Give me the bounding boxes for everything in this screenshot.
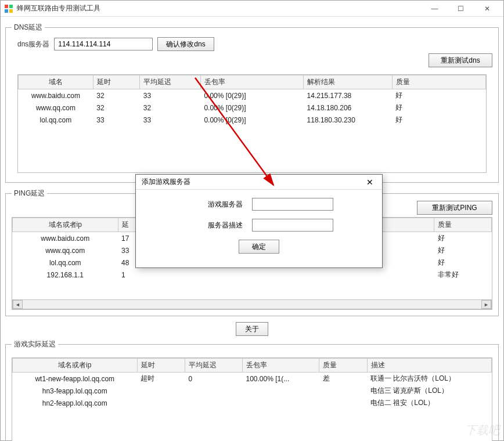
- dialog-title: 添加游戏服务器: [142, 177, 361, 187]
- window-title: 蜂网互联路由专用测试工具: [17, 3, 422, 13]
- table-row[interactable]: www.qq.com32320.00% [0(29)]14.18.180.206…: [19, 102, 486, 114]
- svg-rect-2: [5, 9, 8, 13]
- svg-rect-0: [5, 5, 8, 8]
- game-group: 游戏实际延迟 域名或者ip 延时 平均延迟 丢包率 质量 描述 wt1-new-…: [5, 339, 499, 441]
- game-table: 域名或者ip 延时 平均延迟 丢包率 质量 描述 wt1-new-feapp.l…: [12, 357, 492, 441]
- table-row[interactable]: www.baidu.com32330.00% [0(29)]14.215.177…: [19, 89, 486, 102]
- svg-rect-1: [9, 5, 13, 8]
- dns-retest-button[interactable]: 重新测试dns: [429, 53, 492, 67]
- col-pdelay[interactable]: 延: [118, 218, 137, 232]
- about-button[interactable]: 关于: [236, 322, 268, 336]
- dialog-close-icon[interactable]: ✕: [361, 176, 379, 189]
- close-button[interactable]: ✕: [474, 1, 500, 17]
- main-window: 蜂网互联路由专用测试工具 — ☐ ✕ DNS延迟 dns服务器 确认修改dns …: [0, 0, 504, 441]
- dialog-field2-label: 服务器描述: [185, 220, 243, 230]
- col-delay[interactable]: 延时: [93, 75, 140, 89]
- app-logo-icon: [4, 4, 13, 13]
- gcol-loss[interactable]: 丢包率: [243, 359, 319, 373]
- svg-rect-3: [9, 9, 13, 13]
- game-legend: 游戏实际延迟: [12, 339, 58, 349]
- col-host[interactable]: 域名或者ip: [13, 218, 118, 232]
- col-qual[interactable]: 质量: [392, 75, 485, 89]
- ping-scrollbar[interactable]: ◄ ►: [12, 299, 492, 309]
- gcol-qual[interactable]: 质量: [319, 359, 368, 373]
- col-domain[interactable]: 域名: [19, 75, 93, 89]
- col-loss[interactable]: 丢包率: [200, 75, 303, 89]
- dialog-ok-button[interactable]: 确定: [239, 240, 279, 254]
- dns-confirm-button[interactable]: 确认修改dns: [157, 37, 214, 51]
- dns-table: 域名 延时 平均延迟 丢包率 解析结果 质量 www.baidu.com3233…: [17, 74, 487, 173]
- table-row[interactable]: lol.qq.com33330.00% [0(29)]118.180.30.23…: [19, 114, 486, 126]
- dialog-field1-label: 游戏服务器: [185, 200, 243, 209]
- dns-server-input[interactable]: [54, 38, 153, 50]
- titlebar: 蜂网互联路由专用测试工具 — ☐ ✕: [1, 1, 503, 17]
- dns-legend: DNS延迟: [12, 23, 45, 32]
- add-server-dialog: 添加游戏服务器 ✕ 游戏服务器 服务器描述 确定: [135, 174, 383, 268]
- dns-server-label: dns服务器: [17, 39, 49, 49]
- scroll-right-icon[interactable]: ►: [481, 300, 491, 309]
- gcol-avg[interactable]: 平均延迟: [185, 359, 243, 373]
- col-result[interactable]: 解析结果: [304, 75, 393, 89]
- maximize-button[interactable]: ☐: [448, 1, 474, 17]
- dns-group: DNS延迟 dns服务器 确认修改dns 重新测试dns 域名 延时 平均延迟 …: [5, 23, 499, 183]
- table-row[interactable]: hn3-feapp.lol.qq.com电信三 诺克萨斯（LOL）: [13, 385, 492, 397]
- ping-retest-button[interactable]: 重新测试PING: [417, 201, 492, 215]
- gcol-host[interactable]: 域名或者ip: [13, 359, 138, 373]
- table-row[interactable]: wt1-new-feapp.lol.qq.com超时0100.00% [1(..…: [13, 373, 492, 385]
- col-avg[interactable]: 平均延迟: [140, 75, 201, 89]
- scroll-left-icon[interactable]: ◄: [13, 300, 23, 309]
- game-server-input[interactable]: [252, 198, 333, 211]
- table-row[interactable]: 192.168.1.11非常好: [13, 269, 492, 281]
- minimize-button[interactable]: —: [422, 1, 448, 17]
- table-row[interactable]: hn2-feapp.lol.qq.com电信二 祖安（LOL）: [13, 397, 492, 409]
- gcol-delay[interactable]: 延时: [137, 359, 185, 373]
- ping-legend: PING延迟: [12, 189, 47, 198]
- server-desc-input[interactable]: [252, 219, 333, 232]
- gcol-desc[interactable]: 描述: [367, 359, 492, 373]
- col-pqual[interactable]: 质量: [434, 218, 492, 232]
